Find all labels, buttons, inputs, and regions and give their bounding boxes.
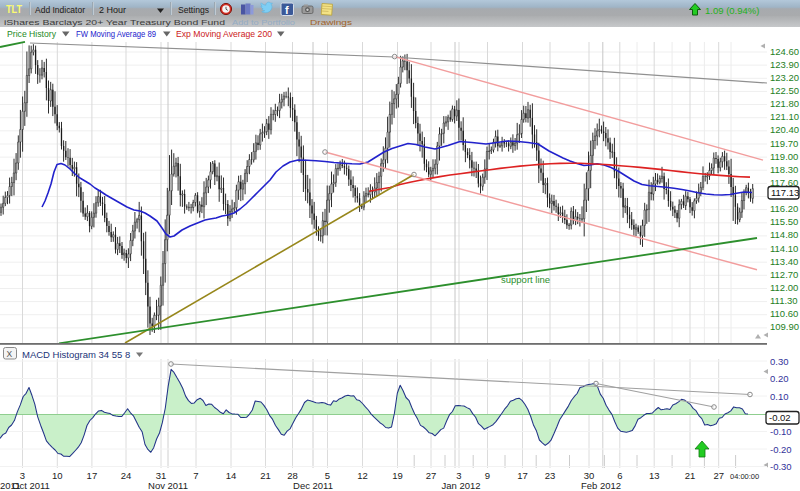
svg-text:27: 27 bbox=[426, 470, 437, 481]
svg-text:2 Hour: 2 Hour bbox=[99, 5, 126, 15]
svg-text:Feb 2012: Feb 2012 bbox=[581, 480, 621, 491]
svg-text:117.13: 117.13 bbox=[771, 187, 799, 198]
svg-text:-0.10: -0.10 bbox=[770, 426, 792, 437]
svg-text:123.20: 123.20 bbox=[770, 72, 799, 83]
svg-text:-0.30: -0.30 bbox=[770, 461, 792, 472]
svg-text:12: 12 bbox=[357, 470, 368, 481]
svg-text:119.70: 119.70 bbox=[770, 138, 798, 149]
svg-text:7: 7 bbox=[193, 470, 198, 481]
svg-text:121.80: 121.80 bbox=[770, 98, 799, 109]
svg-text:17: 17 bbox=[517, 470, 528, 481]
svg-text:14: 14 bbox=[226, 470, 237, 481]
svg-text:-0.20: -0.20 bbox=[770, 444, 792, 455]
svg-text:0.30: 0.30 bbox=[770, 356, 789, 367]
svg-text:Add to Portfolio: Add to Portfolio bbox=[232, 18, 296, 27]
svg-text:121.10: 121.10 bbox=[770, 111, 799, 122]
svg-text:19: 19 bbox=[392, 470, 403, 481]
svg-text:27: 27 bbox=[713, 470, 724, 481]
svg-text:114.80: 114.80 bbox=[770, 229, 798, 240]
svg-text:0.20: 0.20 bbox=[770, 373, 789, 384]
svg-text:119.00: 119.00 bbox=[770, 151, 798, 162]
svg-text:110.60: 110.60 bbox=[770, 308, 798, 319]
svg-text:118.30: 118.30 bbox=[770, 164, 798, 175]
svg-text:1.09 (0.94%): 1.09 (0.94%) bbox=[705, 5, 759, 16]
svg-text:124.60: 124.60 bbox=[770, 46, 799, 57]
svg-text:116.20: 116.20 bbox=[770, 203, 798, 214]
svg-text:114.10: 114.10 bbox=[770, 243, 798, 254]
svg-text:24: 24 bbox=[121, 470, 132, 481]
svg-text:112.70: 112.70 bbox=[770, 269, 798, 280]
svg-text:21: 21 bbox=[260, 470, 271, 481]
svg-text:FW Moving Average 89: FW Moving Average 89 bbox=[76, 29, 156, 39]
svg-text:115.50: 115.50 bbox=[770, 216, 798, 227]
svg-text:120.40: 120.40 bbox=[770, 124, 799, 135]
svg-text:Nov 2011: Nov 2011 bbox=[148, 480, 188, 491]
svg-text:113.40: 113.40 bbox=[770, 256, 798, 267]
svg-text:f: f bbox=[285, 4, 289, 16]
svg-text:-0.02: -0.02 bbox=[769, 412, 791, 423]
svg-text:111.30: 111.30 bbox=[770, 295, 798, 306]
svg-text:122.50: 122.50 bbox=[770, 85, 799, 96]
svg-text:X: X bbox=[7, 349, 13, 359]
svg-text:Drawings: Drawings bbox=[310, 18, 352, 27]
svg-text:123.90: 123.90 bbox=[770, 59, 799, 70]
svg-text:10: 10 bbox=[52, 470, 63, 481]
svg-text:13: 13 bbox=[649, 470, 660, 481]
svg-text:Price History: Price History bbox=[7, 29, 56, 39]
svg-text:9: 9 bbox=[485, 470, 490, 481]
svg-text:04:00:00: 04:00:00 bbox=[730, 472, 759, 481]
svg-text:Dec 2011: Dec 2011 bbox=[293, 480, 333, 491]
svg-text:Settings: Settings bbox=[178, 5, 209, 15]
svg-text:Add Indicator: Add Indicator bbox=[35, 5, 85, 15]
svg-text:support line: support line bbox=[501, 274, 550, 285]
svg-text:109.90: 109.90 bbox=[770, 321, 799, 332]
svg-text:21: 21 bbox=[685, 470, 696, 481]
svg-text:TLT: TLT bbox=[6, 4, 22, 15]
svg-text:17: 17 bbox=[87, 470, 98, 481]
svg-text:0.10: 0.10 bbox=[770, 391, 789, 402]
svg-text:Exp Moving Average 200: Exp Moving Average 200 bbox=[176, 29, 272, 39]
svg-text:Jan 2012: Jan 2012 bbox=[441, 480, 480, 491]
svg-text:112.00: 112.00 bbox=[770, 282, 798, 293]
svg-text:MACD Histogram 34 55 8: MACD Histogram 34 55 8 bbox=[22, 349, 130, 360]
svg-text:23: 23 bbox=[545, 470, 556, 481]
svg-text:Oct 2011: Oct 2011 bbox=[12, 480, 50, 491]
svg-text:iShares Barclays 20+ Year Trea: iShares Barclays 20+ Year Treasury Bond … bbox=[4, 18, 225, 27]
